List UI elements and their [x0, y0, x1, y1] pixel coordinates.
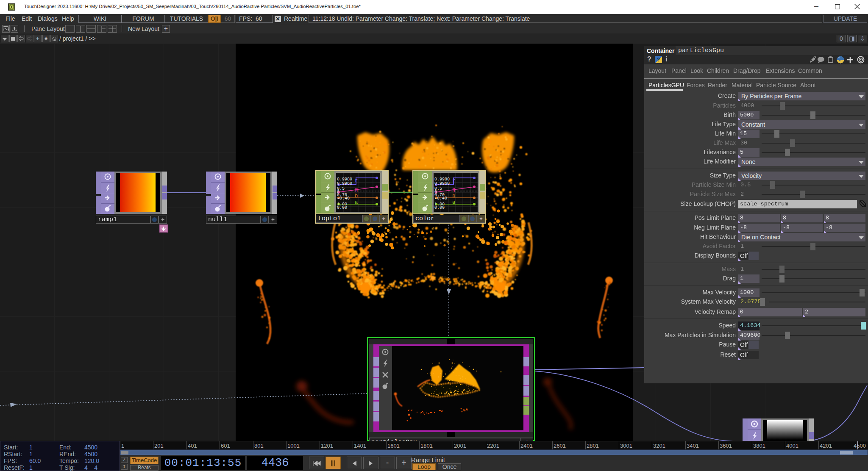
svg-text:-0.40: -0.40 [434, 196, 447, 201]
svg-text:0.9960: 0.9960 [434, 181, 450, 186]
svg-text:a: a [355, 199, 358, 205]
svg-text:r: r [452, 178, 455, 184]
svg-text:0.00: 0.00 [434, 205, 445, 210]
svg-text:0.9960: 0.9960 [337, 181, 352, 186]
svg-text:-0.40: -0.40 [337, 196, 350, 201]
svg-text:a: a [452, 199, 455, 205]
svg-text:r: r [355, 178, 358, 184]
svg-text:b: b [355, 193, 358, 199]
svg-text:0.00: 0.00 [337, 205, 347, 210]
svg-text:g: g [452, 187, 455, 193]
svg-text:g: g [355, 187, 358, 193]
svg-text:b: b [452, 193, 455, 199]
